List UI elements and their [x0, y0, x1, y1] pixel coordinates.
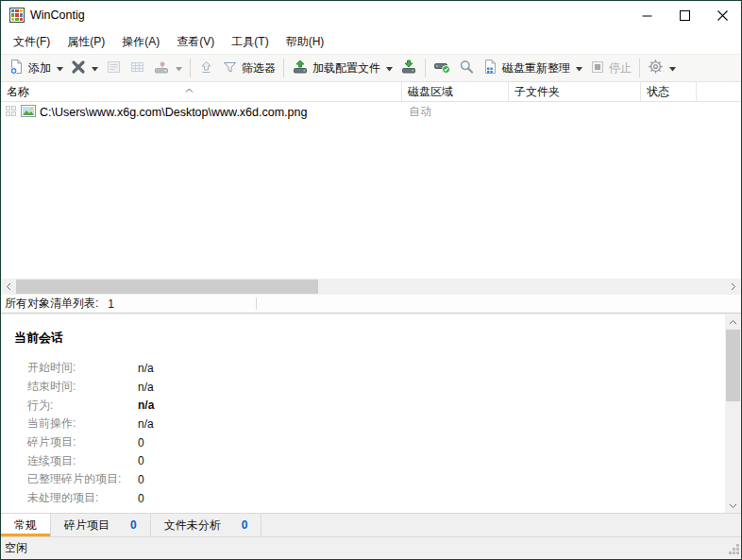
toolbar-separator [639, 59, 640, 77]
scroll-up-icon[interactable] [725, 314, 741, 329]
status-text: 空闲 [5, 540, 27, 556]
session-field-end-time: 结束时间: n/a [14, 378, 741, 397]
add-dropdown-caret-icon[interactable] [57, 61, 63, 75]
toolbar-separator [425, 59, 426, 77]
menu-actions[interactable]: 操作(A) [113, 30, 168, 54]
up-arrow-icon [198, 59, 214, 77]
session-field-contiguous-items: 连续项目: 0 [14, 451, 741, 470]
files-not-analyzed-count: 0 [242, 518, 248, 532]
menu-bar: 文件(F) 属性(P) 操作(A) 查看(V) 工具(T) 帮助(H) [1, 29, 741, 54]
move-up-button [194, 57, 218, 80]
menu-view[interactable]: 查看(V) [168, 30, 223, 54]
drive-pin-icon [153, 59, 170, 77]
stop-icon [590, 59, 605, 77]
file-disk-area: 自动 [402, 104, 509, 120]
column-header-filler [697, 82, 741, 101]
column-header-disk-area[interactable]: 磁盘区域 [402, 82, 509, 101]
add-button-label: 添加 [28, 60, 51, 76]
load-profile-label: 加载配置文件 [312, 60, 380, 76]
minimize-icon [642, 10, 652, 21]
column-header-name[interactable]: 名称 [1, 82, 402, 101]
resize-grip-icon[interactable] [728, 543, 740, 558]
filter-button-label: 筛选器 [242, 60, 276, 76]
scroll-down-icon[interactable] [725, 499, 741, 513]
defragment-button[interactable]: 磁盘重新整理 [479, 56, 586, 80]
vertical-scrollbar[interactable] [725, 314, 741, 513]
session-field-current-operation: 当前操作: n/a [14, 415, 741, 433]
fragmented-items-count: 0 [130, 518, 137, 532]
stop-button: 停止 [586, 57, 635, 80]
title-bar: WinContig [1, 1, 741, 29]
drive-load-icon [292, 59, 309, 77]
analyze-button[interactable] [430, 57, 455, 80]
horizontal-scrollbar[interactable] [1, 279, 741, 295]
defragment-caret-icon[interactable] [576, 61, 582, 75]
session-field-fragmented-items: 碎片项目: 0 [14, 433, 741, 452]
drive-save-icon [400, 59, 417, 77]
app-icon [9, 8, 25, 23]
tab-files-not-analyzed[interactable]: 文件未分析 0 [151, 514, 262, 536]
toolbar-separator [283, 59, 284, 77]
wincontig-window: WinContig 文件(F) 属性(P) 操作(A) 查看(V) 工具(T) … [0, 0, 742, 560]
save-profile-button[interactable] [396, 57, 421, 80]
search-button[interactable] [455, 57, 479, 80]
vscroll-thumb[interactable] [726, 330, 740, 401]
scroll-right-icon[interactable] [726, 279, 741, 295]
menu-tools[interactable]: 工具(T) [223, 30, 277, 54]
column-header-subfolder[interactable]: 子文件夹 [509, 82, 641, 101]
tab-general[interactable]: 常规 [1, 514, 51, 536]
object-count-label: 所有对象清单列表: [5, 296, 98, 312]
funnel-icon [222, 59, 238, 77]
magnifier-icon [459, 59, 475, 77]
maximize-button[interactable] [666, 1, 703, 29]
close-button[interactable] [703, 1, 741, 29]
settings-button[interactable] [644, 56, 680, 80]
minimize-button[interactable] [628, 1, 666, 29]
add-button[interactable]: 添加 [5, 56, 67, 80]
menu-file[interactable]: 文件(F) [5, 30, 59, 54]
session-panel: 当前会话 开始时间: n/a 结束时间: n/a 行为: n/a 当前操作: n… [1, 314, 741, 513]
delete-x-icon [71, 59, 86, 77]
remove-button[interactable] [67, 57, 102, 80]
stop-label: 停止 [609, 60, 632, 76]
toolbar-separator [190, 59, 191, 77]
grid-icon [129, 59, 145, 77]
object-count-bar: 所有对象清单列表: 1 [1, 295, 741, 314]
file-row[interactable]: C:\Users\www.x6g.com\Desktop\www.x6d.com… [1, 102, 741, 122]
grid-view-button [126, 57, 149, 80]
drive-tool-caret-icon [176, 61, 182, 75]
session-field-action: 行为: n/a [14, 396, 741, 415]
fragment-grid-icon [6, 106, 17, 119]
image-file-icon [21, 105, 36, 120]
scroll-left-icon[interactable] [1, 279, 16, 295]
session-title: 当前会话 [14, 330, 741, 347]
hscroll-track[interactable] [16, 279, 726, 295]
session-field-start-time: 开始时间: n/a [14, 359, 741, 378]
defragment-file-icon [482, 59, 498, 77]
filter-button[interactable]: 筛选器 [218, 57, 279, 80]
tab-fragmented-items[interactable]: 碎片项目 0 [51, 514, 151, 536]
load-profile-caret-icon[interactable] [386, 61, 393, 75]
add-file-icon [8, 59, 25, 77]
menu-properties[interactable]: 属性(P) [59, 30, 113, 54]
session-field-defragmented-items: 已整理碎片的项目: 0 [14, 470, 741, 489]
column-header-status[interactable]: 状态 [641, 82, 697, 101]
session-field-unprocessed-items: 未处理的项目: 0 [14, 489, 741, 508]
settings-caret-icon[interactable] [669, 61, 676, 75]
toolbar: 添加 筛选器 加载配置文件 [1, 54, 741, 82]
properties-icon [106, 59, 122, 77]
drive-tool-button [149, 57, 186, 80]
gear-icon [648, 59, 664, 77]
bottom-tab-bar: 常规 碎片项目 0 文件未分析 0 [1, 513, 741, 536]
file-path: C:\Users\www.x6g.com\Desktop\www.x6d.com… [40, 106, 307, 119]
hscroll-thumb[interactable] [16, 280, 318, 294]
drive-check-icon [433, 59, 451, 77]
load-profile-button[interactable]: 加载配置文件 [288, 57, 396, 80]
countbar-separator [256, 297, 257, 310]
list-header: 名称 磁盘区域 子文件夹 状态 [1, 82, 741, 102]
window-title: WinContig [30, 8, 85, 22]
remove-dropdown-caret-icon[interactable] [92, 61, 98, 75]
menu-help[interactable]: 帮助(H) [278, 30, 333, 54]
status-bar: 空闲 [1, 536, 741, 559]
file-name-cell: C:\Users\www.x6g.com\Desktop\www.x6d.com… [1, 105, 402, 120]
